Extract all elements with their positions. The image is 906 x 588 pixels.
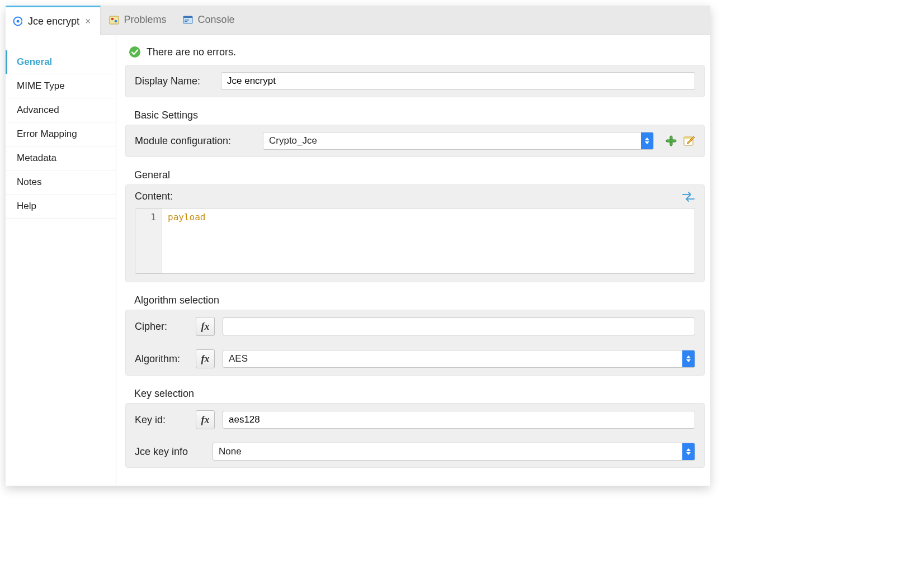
display-name-label: Display Name: xyxy=(135,75,213,87)
tab-label: Jce encrypt xyxy=(28,16,79,27)
sidebar-item-label: General xyxy=(17,56,52,67)
algorithm-label: Algorithm: xyxy=(135,353,188,365)
module-config-select[interactable]: Crypto_Jce xyxy=(263,132,654,150)
general-panel: Content: 1 xyxy=(125,184,705,282)
jce-key-info-select[interactable]: None xyxy=(213,443,695,461)
svg-rect-3 xyxy=(110,16,119,24)
flow-icon xyxy=(12,16,23,27)
sidebar-item-label: Metadata xyxy=(17,153,56,163)
content-editor[interactable]: 1 payload xyxy=(135,208,695,274)
display-name-panel: Display Name: xyxy=(125,65,705,97)
chevron-updown-icon xyxy=(641,132,653,149)
sidebar-item-label: Notes xyxy=(17,177,41,187)
line-number: 1 xyxy=(135,212,162,222)
key-id-input[interactable] xyxy=(223,411,695,429)
content-label: Content: xyxy=(135,191,173,202)
switch-mode-button[interactable] xyxy=(682,191,695,202)
algorithm-select[interactable]: AES xyxy=(223,350,695,368)
code-token: payload xyxy=(168,212,205,222)
svg-rect-7 xyxy=(183,16,192,18)
cipher-input[interactable] xyxy=(223,317,695,335)
tab-problems[interactable]: Problems xyxy=(101,6,174,34)
algorithm-value: AES xyxy=(229,353,248,364)
sidebar-item-error-mapping[interactable]: Error Mapping xyxy=(6,122,116,146)
check-circle-icon xyxy=(129,46,141,58)
jce-key-info-value: None xyxy=(219,446,242,457)
svg-point-10 xyxy=(129,46,140,58)
status-message: There are no errors. xyxy=(147,46,236,58)
svg-rect-9 xyxy=(185,21,187,22)
sidebar-item-help[interactable]: Help xyxy=(6,194,116,219)
module-config-label: Module configuration: xyxy=(135,135,255,147)
sidebar-item-label: Help xyxy=(17,201,36,211)
sidebar-item-notes[interactable]: Notes xyxy=(6,170,116,194)
close-icon[interactable]: × xyxy=(84,16,92,26)
code-gutter: 1 xyxy=(135,208,162,273)
sidebar-item-mime-type[interactable]: MIME Type xyxy=(6,74,116,98)
sidebar-item-metadata[interactable]: Metadata xyxy=(6,146,116,170)
chevron-updown-icon xyxy=(682,350,695,367)
key-id-label: Key id: xyxy=(135,414,188,426)
chevron-updown-icon xyxy=(682,443,695,460)
algorithm-fx-button[interactable]: fx xyxy=(196,349,215,368)
code-body: payload xyxy=(162,208,211,273)
algorithm-title: Algorithm selection xyxy=(125,289,705,310)
tab-jce-encrypt[interactable]: Jce encrypt × xyxy=(6,6,101,35)
key-id-fx-button[interactable]: fx xyxy=(196,410,215,429)
cipher-label: Cipher: xyxy=(135,321,188,333)
general-title: General xyxy=(125,164,705,184)
sidebar-item-label: Error Mapping xyxy=(17,129,77,139)
properties-sidebar: General MIME Type Advanced Error Mapping… xyxy=(6,35,116,486)
svg-point-5 xyxy=(114,20,117,22)
console-icon xyxy=(182,15,194,26)
svg-point-1 xyxy=(17,20,20,23)
sidebar-item-general[interactable]: General xyxy=(6,50,116,74)
svg-rect-2 xyxy=(22,21,23,22)
module-config-value: Crypto_Jce xyxy=(269,135,317,146)
algorithm-panel: Cipher: fx Algorithm: fx AES xyxy=(125,310,705,376)
sidebar-item-label: Advanced xyxy=(17,105,59,115)
sidebar-item-label: MIME Type xyxy=(17,80,65,91)
tab-label: Console xyxy=(198,14,235,26)
key-panel: Key id: fx Jce key info None xyxy=(125,403,705,468)
basic-settings-panel: Module configuration: Crypto_Jce xyxy=(125,125,705,157)
editor-window: Jce encrypt × Problems xyxy=(6,6,710,486)
display-name-input[interactable] xyxy=(221,72,695,90)
key-title: Key selection xyxy=(125,382,705,403)
tab-console[interactable]: Console xyxy=(174,6,243,34)
svg-point-4 xyxy=(111,17,114,20)
add-config-button[interactable] xyxy=(665,135,677,147)
edit-config-button[interactable] xyxy=(683,135,695,147)
svg-rect-8 xyxy=(185,20,189,21)
status-row: There are no errors. xyxy=(125,40,705,65)
properties-content: There are no errors. Display Name: Basic… xyxy=(116,35,710,486)
svg-rect-12 xyxy=(666,140,676,142)
editor-tabstrip: Jce encrypt × Problems xyxy=(6,6,710,35)
sidebar-item-advanced[interactable]: Advanced xyxy=(6,98,116,122)
problems-icon xyxy=(108,15,120,26)
basic-settings-title: Basic Settings xyxy=(125,104,705,125)
cipher-fx-button[interactable]: fx xyxy=(196,317,215,336)
jce-key-info-label: Jce key info xyxy=(135,446,205,458)
tab-label: Problems xyxy=(124,14,167,26)
